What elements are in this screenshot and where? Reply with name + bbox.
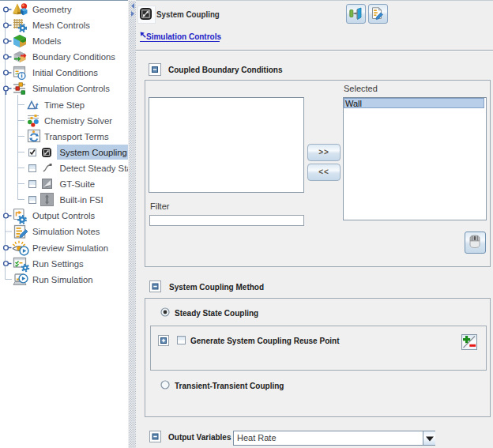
svg-text:t: t xyxy=(36,100,39,111)
